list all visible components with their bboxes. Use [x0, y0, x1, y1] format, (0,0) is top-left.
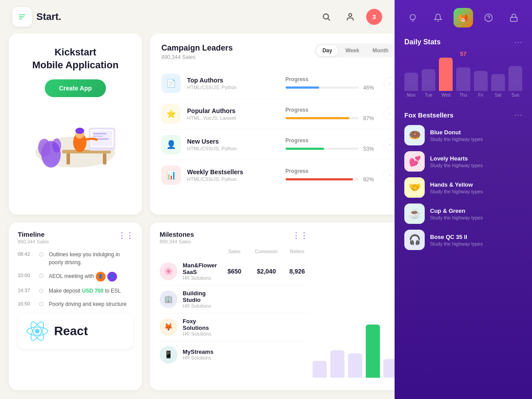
chart-bar: [509, 66, 522, 91]
milestones-menu[interactable]: ⋮⋮: [292, 231, 308, 240]
react-badge: React: [18, 313, 133, 349]
bs-thumbnail: 💕: [404, 151, 425, 172]
app-title: Start.: [36, 11, 61, 23]
bs-info: Hands & Yellow Study the highway types: [430, 181, 522, 194]
create-app-button[interactable]: Create App: [45, 79, 106, 97]
bestseller-item[interactable]: 💕 Lovely Hearts Study the highway types: [404, 151, 522, 172]
ms-refers: 8,926: [286, 268, 308, 275]
user-icon[interactable]: [342, 9, 358, 25]
chart-bar-wrap: Thu: [456, 67, 470, 98]
milestones-main: Milestones 890,344 Sales ⋮⋮ Sales Comiss…: [160, 231, 308, 383]
timeline-item: 10:00 AEOL meeting with 👤 👤: [18, 272, 133, 282]
fox-header: Fox Bestsellers ⋯: [404, 110, 522, 120]
panel-icon-help[interactable]: [479, 8, 498, 27]
fox-title: Fox Bestsellers: [404, 111, 454, 119]
timeline-subtitle: 890,344 Sales: [18, 239, 133, 244]
ms-icon: 🌸: [160, 262, 177, 280]
ms-info: MyStreams HR Solutions: [183, 348, 217, 360]
bestseller-item[interactable]: ☕ Cup & Green Study the highway types: [404, 203, 522, 224]
panel-icon-fox[interactable]: [454, 8, 473, 27]
daily-stats-menu[interactable]: ⋯: [514, 37, 522, 47]
panel-icon-bell[interactable]: [428, 8, 448, 27]
chart-bar: [422, 69, 435, 91]
react-logo: [26, 320, 49, 343]
col-sales: Sales: [222, 249, 246, 254]
milestones-col-headers: Sales Comission Refers: [160, 247, 308, 258]
milestones-subtitle: 890,344 Sales: [160, 239, 194, 244]
chart-day-label: Sat: [495, 93, 501, 98]
chart-bar-1: [313, 361, 327, 378]
chart-area: 57 Mon Tue Wed Thu Fri Sat Sun: [404, 53, 522, 98]
row-chevron[interactable]: ›: [383, 169, 395, 181]
panel-top-icons: [395, 0, 532, 33]
campaign-header: Campaign Leaders 890,344 Sales Day Week …: [161, 43, 395, 60]
tab-week[interactable]: Week: [339, 45, 365, 56]
milestone-rows: 🌸 Man&Flower SaaS HR Solutions $650 $2,0…: [160, 258, 308, 368]
chart-bar-wrap: Mon: [404, 73, 418, 98]
chart-bar-5: [383, 359, 395, 378]
row-icon: 👤: [161, 135, 181, 154]
svg-point-5: [349, 14, 352, 17]
search-icon[interactable]: [318, 9, 334, 25]
content-grid: Kickstart Mobile Application Create App: [0, 34, 395, 399]
daily-stats-header: Daily Stats ⋯: [404, 37, 522, 47]
row-progress: Progress 87%: [286, 107, 378, 121]
row-chevron[interactable]: ›: [383, 138, 395, 151]
row-chevron[interactable]: ›: [383, 77, 395, 90]
avatar: 👤: [107, 272, 117, 282]
ms-icon: 🦊: [160, 318, 177, 336]
campaign-row: 📊 Weekly Bestsellers HTML/CSS/JS, Python…: [161, 160, 395, 190]
chart-bar: [439, 58, 453, 91]
svg-point-21: [75, 128, 84, 134]
daily-stats: Daily Stats ⋯ 57 Mon Tue Wed Thu Fri Sat…: [395, 33, 532, 106]
bestseller-item[interactable]: 🎧 Bose QC 35 II Study the highway types: [404, 230, 522, 250]
row-chevron[interactable]: ›: [383, 108, 395, 120]
timeline-menu[interactable]: ⋮⋮: [118, 231, 134, 240]
kickstart-illustration: [27, 108, 124, 170]
row-progress: Progress 92%: [286, 168, 378, 183]
bestseller-list: 🍩 Blue Donut Study the highway types 💕 L…: [404, 125, 522, 250]
logo: Start.: [12, 7, 61, 27]
chart-day-label: Mon: [407, 93, 415, 98]
chart-bars: Mon Tue Wed Thu Fri Sat Sun: [404, 53, 522, 98]
svg-rect-2: [19, 19, 22, 20]
panel-icon-lightbulb[interactable]: [403, 8, 422, 27]
chart-bar-4: [366, 325, 380, 378]
tab-month[interactable]: Month: [366, 45, 395, 56]
ms-info: Man&Flower SaaS HR Solutions: [183, 262, 217, 281]
row-icon: 📊: [161, 165, 181, 185]
bs-thumbnail: 🎧: [404, 230, 425, 250]
ms-info: Building Studio HR Solutions: [183, 290, 217, 309]
row-info: Popular Authors HTML, VueJS, Laravel: [187, 107, 279, 121]
panel-icon-lock[interactable]: [504, 8, 524, 27]
bestseller-item[interactable]: 🍩 Blue Donut Study the highway types: [404, 125, 522, 145]
chart-bar-wrap: Fri: [474, 71, 488, 98]
campaign-row: 📄 Top Authors HTML/CSS/JS, Python Progre…: [161, 68, 395, 99]
header-icons: 3: [318, 9, 382, 25]
ms-info: Foxy Solutions HR Solutions: [183, 318, 217, 336]
chart-bar-wrap: Sun: [509, 66, 522, 98]
svg-rect-17: [93, 136, 103, 137]
timeline-card: Timeline 890,344 Sales ⋮⋮ 08:42 Outlines…: [9, 223, 142, 391]
milestone-row: 🦊 Foxy Solutions HR Solutions: [160, 313, 308, 341]
chart-peak-label: 57: [460, 51, 466, 57]
fox-menu[interactable]: ⋯: [514, 110, 522, 120]
svg-point-22: [35, 329, 39, 333]
milestones-title: Milestones: [160, 231, 194, 238]
tab-day[interactable]: Day: [316, 45, 338, 56]
bs-info: Cup & Green Study the highway types: [430, 207, 522, 220]
chart-bar-3: [348, 353, 362, 378]
bs-thumbnail: 🤝: [404, 177, 425, 198]
bs-thumbnail: ☕: [404, 203, 425, 224]
chart-day-label: Fri: [478, 93, 483, 98]
campaign-row: 👤 New Users HTML/CSS/JS, Python Progress…: [161, 129, 395, 160]
notification-badge[interactable]: 3: [366, 9, 382, 25]
campaign-title: Campaign Leaders: [161, 43, 233, 53]
row-progress: Progress 53%: [286, 137, 378, 152]
svg-point-8: [38, 139, 51, 156]
campaign-rows: 📄 Top Authors HTML/CSS/JS, Python Progre…: [161, 68, 395, 190]
ms-icon: 📱: [160, 346, 177, 364]
campaign-tabs: Day Week Month: [315, 43, 395, 58]
bestseller-item[interactable]: 🤝 Hands & Yellow Study the highway types: [404, 177, 522, 198]
chart-bar: [404, 73, 418, 91]
